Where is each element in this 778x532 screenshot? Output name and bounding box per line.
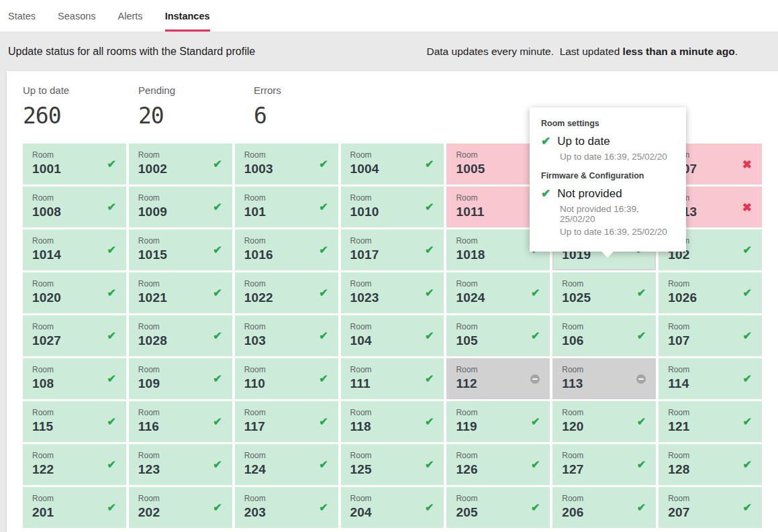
page-title: Update status for all rooms with the Sta… [8, 46, 255, 58]
room-card[interactable]: Room 1027 ✔ [23, 315, 126, 356]
check-icon: ✔ [213, 417, 222, 427]
room-label: Room [456, 451, 540, 460]
room-card[interactable]: Room 116 ✔ [129, 401, 232, 442]
room-card[interactable]: Room 1025 ✔ [552, 272, 656, 313]
room-number: 207 [668, 505, 752, 520]
room-card[interactable]: Room 205 ✔ [446, 487, 550, 528]
room-card[interactable]: Room 117 ✔ [235, 401, 338, 442]
room-card[interactable]: Room 101 ✔ [235, 187, 338, 227]
room-label: Room [350, 322, 435, 331]
room-card[interactable]: Room 122 ✔ [23, 444, 126, 485]
room-card[interactable]: Room 1020 ✔ [23, 272, 126, 313]
check-icon: ✔ [425, 245, 434, 256]
room-label: Room [562, 451, 646, 460]
room-card[interactable]: Room 201 ✔ [23, 487, 126, 528]
room-card[interactable]: Room 121 ✔ [659, 401, 762, 442]
check-icon: ✔ [541, 134, 550, 148]
room-card[interactable]: Room 109 ✔ [129, 358, 232, 399]
room-card[interactable]: Room 1008 ✔ [23, 187, 126, 227]
x-icon: ✖ [742, 158, 752, 170]
room-card[interactable]: Room 1009 ✔ [129, 187, 232, 227]
room-card[interactable]: Room 113 [552, 358, 656, 399]
room-number: 107 [668, 333, 752, 348]
room-card[interactable]: Room 110 ✔ [235, 358, 338, 399]
room-card[interactable]: Room 1014 ✔ [23, 229, 126, 270]
room-card-text: Room 1014 [32, 236, 117, 262]
room-card-text: Room 124 [244, 451, 329, 477]
room-card[interactable]: Room 111 ✔ [341, 358, 444, 399]
room-card[interactable]: Room 1024 ✔ [446, 272, 550, 313]
tab-states[interactable]: States [8, 0, 36, 32]
room-card[interactable]: Room 103 ✔ [235, 315, 338, 356]
room-card-text: Room 116 [138, 408, 223, 434]
room-card[interactable]: Room 114 ✔ [659, 358, 762, 399]
room-card[interactable]: Room 106 ✔ [552, 315, 656, 356]
room-number: 112 [456, 376, 540, 391]
room-card[interactable]: Room 127 ✔ [552, 444, 656, 485]
room-label: Room [350, 365, 435, 374]
room-card[interactable]: Room 1017 ✔ [341, 229, 444, 270]
tab-alerts[interactable]: Alerts [118, 0, 143, 32]
room-label: Room [138, 494, 223, 503]
check-icon: ✔ [425, 159, 434, 170]
check-icon: ✔ [637, 502, 646, 513]
room-card-text: Room 120 [562, 408, 646, 434]
room-card[interactable]: Room 204 ✔ [341, 487, 444, 528]
room-number: 124 [244, 462, 329, 477]
check-icon: ✔ [319, 460, 328, 470]
room-card-text: Room 115 [32, 408, 117, 434]
room-card[interactable]: Room 206 ✔ [552, 487, 656, 528]
room-label: Room [138, 408, 223, 417]
room-card[interactable]: Room 118 ✔ [341, 401, 444, 442]
room-card[interactable]: Room 105 ✔ [446, 315, 550, 356]
room-card[interactable]: Room 112 [446, 358, 550, 399]
room-card[interactable]: Room 1021 ✔ [129, 272, 232, 313]
check-icon: ✔ [743, 288, 752, 299]
room-label: Room [562, 408, 646, 417]
check-icon: ✔ [319, 374, 328, 384]
room-card[interactable]: Room 1004 ✔ [341, 144, 444, 184]
room-card[interactable]: Room 104 ✔ [341, 315, 444, 356]
room-card[interactable]: Room 107 ✔ [659, 315, 762, 356]
check-icon: ✔ [319, 502, 328, 513]
room-card[interactable]: Room 1010 ✔ [341, 187, 444, 227]
room-card[interactable]: Room 115 ✔ [23, 401, 126, 442]
room-card[interactable]: Room 126 ✔ [446, 444, 550, 485]
room-label: Room [138, 279, 223, 288]
room-card-text: Room 205 [456, 494, 540, 520]
room-card[interactable]: Room 1016 ✔ [235, 229, 338, 270]
room-card-text: Room 1003 [244, 150, 329, 176]
room-card[interactable]: Room 128 ✔ [659, 444, 762, 485]
room-card[interactable]: Room 123 ✔ [129, 444, 232, 485]
room-card[interactable]: Room 119 ✔ [446, 401, 550, 442]
room-card[interactable]: Room 125 ✔ [341, 444, 444, 485]
room-card[interactable]: Room 1026 ✔ [659, 272, 762, 313]
check-icon: ✔ [531, 288, 540, 299]
room-card-text: Room 1016 [244, 236, 329, 262]
room-label: Room [350, 494, 435, 503]
room-number: 114 [668, 376, 752, 391]
tab-instances[interactable]: Instances [165, 0, 210, 32]
room-label: Room [456, 150, 540, 160]
room-card[interactable]: Room 1001 ✔ [23, 144, 126, 184]
room-card[interactable]: Room 1002 ✔ [129, 144, 232, 184]
check-icon: ✔ [743, 331, 752, 341]
room-label: Room [668, 322, 752, 331]
check-icon: ✔ [425, 460, 434, 470]
room-card[interactable]: Room 207 ✔ [659, 487, 762, 528]
room-number: 1023 [350, 290, 435, 305]
room-card[interactable]: Room 1023 ✔ [341, 272, 444, 313]
room-label: Room [244, 494, 329, 503]
room-card[interactable]: Room 1003 ✔ [235, 144, 338, 184]
room-card[interactable]: Room 1015 ✔ [129, 229, 232, 270]
room-label: Room [138, 236, 223, 246]
room-card[interactable]: Room 120 ✔ [552, 401, 656, 442]
room-card[interactable]: Room 124 ✔ [235, 444, 338, 485]
room-card[interactable]: Room 1028 ✔ [129, 315, 232, 356]
room-card[interactable]: Room 203 ✔ [235, 487, 338, 528]
room-card[interactable]: Room 202 ✔ [129, 487, 232, 528]
room-card-text: Room 114 [668, 365, 752, 391]
tab-seasons[interactable]: Seasons [58, 0, 95, 32]
room-card[interactable]: Room 1022 ✔ [235, 272, 338, 313]
room-card[interactable]: Room 108 ✔ [23, 358, 126, 399]
